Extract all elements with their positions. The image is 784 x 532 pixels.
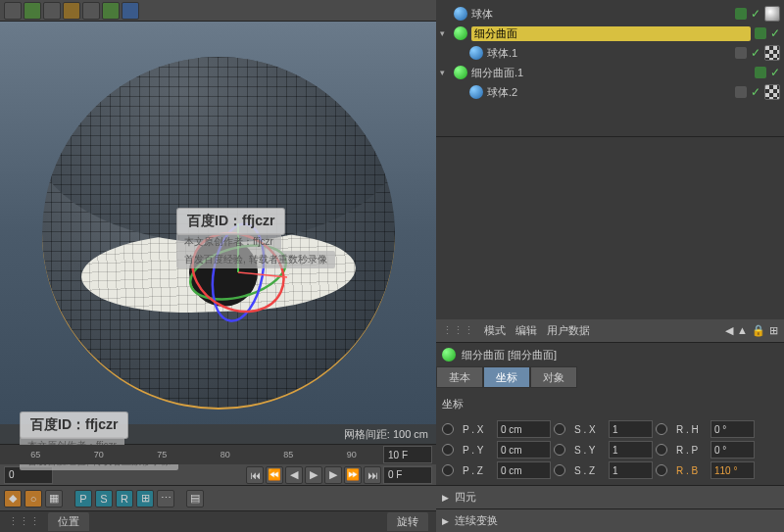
object-row-sphere-2[interactable]: 球体.2 ✓ bbox=[436, 82, 784, 102]
tool-view-icon[interactable] bbox=[24, 2, 41, 20]
vis-toggle[interactable] bbox=[755, 67, 766, 78]
material-tag-icon[interactable] bbox=[764, 84, 780, 100]
sy-radio[interactable] bbox=[554, 444, 565, 456]
object-row-sphere-1[interactable]: 球体.1 ✓ bbox=[436, 43, 784, 63]
vis-toggle[interactable] bbox=[735, 47, 747, 59]
object-manager: 球体 ✓ ▾ 细分曲面 ✓ 球体.1 ✓ ▾ bbox=[436, 0, 784, 137]
attr-mode[interactable]: 模式 bbox=[484, 323, 506, 338]
continue-section[interactable]: ▶ 连续变换 bbox=[436, 508, 784, 532]
render-check-icon[interactable]: ✓ bbox=[751, 46, 760, 60]
subdiv-icon bbox=[442, 348, 456, 362]
frame-end-input[interactable] bbox=[383, 446, 432, 463]
key-position-icon[interactable]: P bbox=[74, 490, 92, 508]
history-back-icon[interactable]: ◀ bbox=[725, 324, 733, 337]
ruler-70: 70 bbox=[68, 450, 131, 459]
sx-radio[interactable] bbox=[554, 423, 565, 435]
prev-frame-icon[interactable]: ◀ bbox=[285, 466, 303, 484]
tool-extra-icon[interactable] bbox=[122, 2, 139, 20]
render-check-icon[interactable]: ✓ bbox=[770, 26, 780, 40]
vis-toggle[interactable] bbox=[755, 27, 766, 39]
ruler-75: 75 bbox=[130, 450, 194, 459]
vis-toggle[interactable] bbox=[735, 8, 747, 20]
object-label: 球体.2 bbox=[487, 85, 731, 100]
attr-userdata[interactable]: 用户数据 bbox=[547, 323, 590, 338]
sz-radio[interactable] bbox=[554, 464, 565, 476]
render-check-icon[interactable]: ✓ bbox=[751, 85, 760, 99]
key-extra-icon[interactable]: ▤ bbox=[186, 490, 204, 508]
subdiv-icon bbox=[454, 26, 467, 40]
goto-end-icon[interactable]: ⏭ bbox=[364, 466, 381, 484]
tab-coord[interactable]: 坐标 bbox=[483, 366, 530, 388]
key-pla-icon[interactable]: ⋯ bbox=[157, 490, 174, 508]
rb-radio[interactable] bbox=[656, 464, 667, 476]
right-panel: 球体 ✓ ▾ 细分曲面 ✓ 球体.1 ✓ ▾ bbox=[436, 0, 784, 532]
tool-panel-icon[interactable] bbox=[102, 2, 120, 20]
ruler-85: 85 bbox=[257, 450, 320, 459]
new-window-icon[interactable]: ⊞ bbox=[769, 324, 778, 337]
record-key-icon[interactable]: ◆ bbox=[4, 490, 22, 508]
key-selection-icon[interactable]: ▦ bbox=[45, 490, 63, 508]
viewport-3d[interactable]: 百度ID：ffjczr 本文原创作者：ffjczr 首发百度经验, 转载者重数秒… bbox=[0, 22, 436, 444]
sz-label: S . Z bbox=[574, 465, 606, 476]
key-param-icon[interactable]: ⊞ bbox=[136, 490, 154, 508]
vis-toggle[interactable] bbox=[735, 86, 747, 98]
coord-title: 坐标 bbox=[442, 394, 778, 414]
px-input[interactable] bbox=[497, 420, 551, 438]
goto-start-icon[interactable]: ⏮ bbox=[246, 466, 264, 484]
object-row-subdiv[interactable]: ▾ 细分曲面 ✓ bbox=[436, 24, 784, 43]
material-tag-icon[interactable] bbox=[764, 45, 780, 61]
expand-arrow-icon: ▶ bbox=[442, 516, 449, 526]
toolbar-keyframe: ◆ ○ ▦ P S R ⊞ ⋯ ▤ bbox=[0, 485, 436, 510]
rb-input[interactable] bbox=[710, 461, 755, 479]
object-label: 细分曲面.1 bbox=[471, 66, 751, 80]
render-check-icon[interactable]: ✓ bbox=[751, 7, 760, 21]
pz-input[interactable] bbox=[497, 461, 551, 479]
play-icon[interactable]: ▶ bbox=[305, 466, 322, 484]
sz-input[interactable] bbox=[609, 461, 653, 479]
object-row-sphere-root[interactable]: 球体 ✓ bbox=[436, 4, 784, 24]
key-rotation-icon[interactable]: R bbox=[116, 490, 133, 508]
object-row-subdiv-1[interactable]: ▾ 细分曲面.1 ✓ bbox=[436, 63, 784, 82]
tab-position[interactable]: 位置 bbox=[48, 512, 89, 531]
pz-label: P . Z bbox=[463, 465, 494, 476]
tool-filter-icon[interactable] bbox=[82, 2, 100, 20]
key-scale-icon[interactable]: S bbox=[95, 490, 113, 508]
rh-radio[interactable] bbox=[656, 423, 667, 435]
sphere-icon bbox=[469, 85, 483, 99]
quaternion-section[interactable]: ▶ 四元 bbox=[436, 485, 784, 508]
next-frame-icon[interactable]: ▶ bbox=[324, 466, 342, 484]
lock-icon[interactable]: 🔒 bbox=[752, 324, 765, 337]
py-radio[interactable] bbox=[442, 444, 454, 456]
tab-basic[interactable]: 基本 bbox=[436, 366, 483, 388]
pz-radio[interactable] bbox=[442, 464, 454, 476]
px-radio[interactable] bbox=[442, 423, 454, 435]
material-tag-icon[interactable] bbox=[764, 6, 780, 22]
sx-input[interactable] bbox=[609, 420, 653, 438]
prev-key-icon[interactable]: ⏪ bbox=[266, 466, 283, 484]
next-key-icon[interactable]: ⏩ bbox=[344, 466, 362, 484]
rh-input[interactable] bbox=[710, 420, 755, 438]
ruler-90: 90 bbox=[320, 450, 384, 459]
rp-input[interactable] bbox=[710, 441, 755, 459]
frame-current-input[interactable] bbox=[383, 466, 432, 484]
object-label: 细分曲面 bbox=[471, 26, 751, 41]
viewport-toolbar bbox=[0, 0, 436, 22]
attr-tabs: 基本 坐标 对象 bbox=[436, 366, 784, 388]
timeline-ruler[interactable]: 65 70 75 80 85 90 bbox=[0, 445, 436, 464]
rp-radio[interactable] bbox=[656, 444, 667, 456]
sy-input[interactable] bbox=[609, 441, 653, 459]
tab-object[interactable]: 对象 bbox=[530, 366, 577, 388]
history-up-icon[interactable]: ▲ bbox=[737, 324, 748, 337]
autokey-icon[interactable]: ○ bbox=[24, 490, 42, 508]
tool-camera-icon[interactable] bbox=[4, 2, 22, 20]
attr-edit[interactable]: 编辑 bbox=[515, 323, 537, 338]
tool-display-icon[interactable] bbox=[43, 2, 61, 20]
sphere-icon bbox=[454, 7, 467, 21]
sx-label: S . X bbox=[574, 424, 606, 435]
py-input[interactable] bbox=[497, 441, 551, 459]
tool-option-icon[interactable] bbox=[63, 2, 80, 20]
tab-rotation[interactable]: 旋转 bbox=[387, 512, 428, 531]
bottom-tabs: ⋮⋮⋮ 位置 旋转 bbox=[0, 510, 436, 532]
render-check-icon[interactable]: ✓ bbox=[770, 66, 780, 79]
object-title-bar: 细分曲面 [细分曲面] bbox=[436, 343, 784, 366]
